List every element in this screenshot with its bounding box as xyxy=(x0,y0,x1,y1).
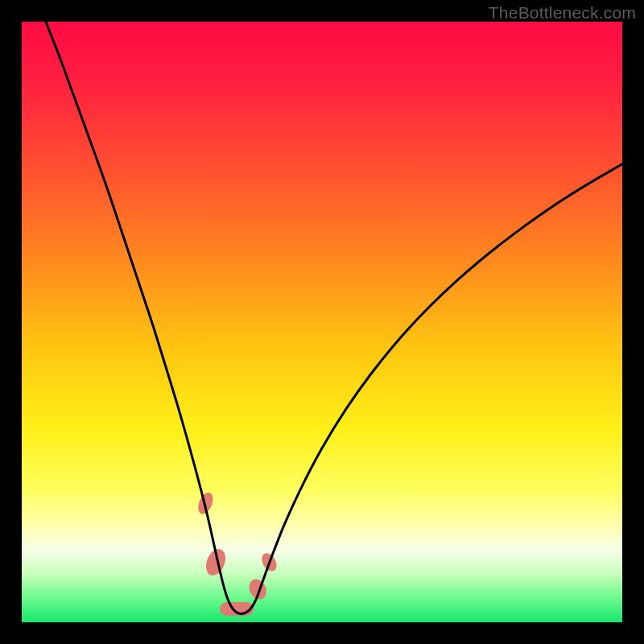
plot-area xyxy=(22,22,622,622)
chart-svg xyxy=(22,22,622,622)
chart-frame: TheBottleneck.com xyxy=(0,0,644,644)
watermark-text: TheBottleneck.com xyxy=(489,3,636,23)
gradient-background xyxy=(22,22,622,622)
